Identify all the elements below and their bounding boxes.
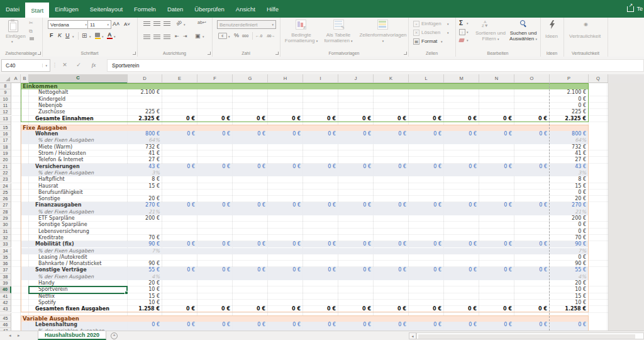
cell-F27[interactable]: 0 € — [197, 202, 230, 208]
cell-F21[interactable]: 0 € — [197, 164, 230, 170]
cell-G16[interactable]: 0 € — [233, 131, 265, 137]
cell-O13[interactable]: 0 € — [514, 116, 547, 122]
cell-G43[interactable]: 0 € — [233, 306, 265, 312]
cell-C30[interactable]: Sonstige Sparpläne — [38, 222, 87, 228]
cell-L21[interactable]: 0 € — [409, 164, 441, 170]
cell-D46[interactable]: 0 € — [128, 322, 160, 328]
cell-P11[interactable]: 0 € — [550, 103, 586, 109]
select-all-button[interactable] — [0, 74, 12, 83]
row-header-41[interactable]: 41 — [0, 293, 11, 300]
cell-N33[interactable]: 0 € — [479, 241, 512, 247]
cell-D34[interactable]: 7% — [128, 248, 160, 254]
cell-C31[interactable]: Lebensversicherung — [38, 229, 89, 235]
grow-font-icon[interactable]: A˄ — [113, 21, 119, 27]
cell-H37[interactable]: 0 € — [268, 267, 301, 273]
cell-J37[interactable]: 0 € — [338, 267, 371, 273]
bold-button[interactable]: F — [50, 32, 53, 38]
clipboard-dialog-launcher[interactable] — [38, 52, 41, 55]
cell-K46[interactable]: 0 € — [374, 322, 406, 328]
cell-E33[interactable]: 0 € — [162, 241, 195, 247]
conditional-formatting-icon[interactable]: ≠ — [296, 20, 306, 30]
cell-D27[interactable]: 270 € — [128, 202, 160, 208]
cell-M43[interactable]: 0 € — [444, 306, 477, 312]
cell-O33[interactable]: 0 € — [514, 241, 547, 247]
cell-F43[interactable]: 0 € — [197, 306, 230, 312]
cell-H16[interactable]: 0 € — [268, 131, 301, 137]
row-header-26[interactable]: 26 — [0, 196, 11, 202]
row-header-31[interactable]: 31 — [0, 229, 11, 235]
col-header-O[interactable]: O — [514, 74, 550, 83]
col-header-D[interactable]: D — [128, 74, 162, 83]
cell-K43[interactable]: 0 € — [374, 306, 406, 312]
cell-N27[interactable]: 0 € — [479, 202, 512, 208]
cell-C45[interactable]: Variable Ausgaben — [23, 315, 79, 322]
cell-K16[interactable]: 0 € — [374, 131, 406, 137]
cell-I27[interactable]: 0 € — [303, 202, 336, 208]
row-header-27[interactable]: 27 — [0, 202, 11, 208]
col-header-C[interactable]: C — [29, 74, 128, 84]
row-header-18[interactable]: 18 — [0, 144, 11, 150]
cell-P10[interactable]: 0 € — [550, 96, 586, 103]
cell-L27[interactable]: 0 € — [409, 202, 441, 208]
row-header-28[interactable]: 28 — [0, 209, 11, 215]
increase-decimal-icon[interactable]: ←.0 — [255, 34, 262, 38]
row-header-11[interactable]: 11 — [0, 103, 11, 109]
align-middle-icon[interactable] — [153, 21, 160, 26]
spreadsheet-grid[interactable]: 8Einkommen9Nettogehalt2.100 €2.100 €10Ki… — [0, 83, 644, 331]
cell-C24[interactable]: Hausrat — [38, 183, 58, 190]
cell-D17[interactable]: 64% — [128, 137, 160, 144]
font-color-icon[interactable]: A — [108, 31, 112, 38]
cell-D23[interactable]: 8 € — [128, 176, 160, 183]
cell-D38[interactable]: 4% — [128, 274, 160, 280]
col-header-M[interactable]: M — [444, 74, 479, 83]
row-header-36[interactable]: 36 — [0, 261, 11, 267]
row-header-15[interactable]: 15 — [0, 125, 11, 131]
align-left-icon[interactable] — [143, 35, 150, 39]
cell-P35[interactable]: 0 € — [550, 254, 586, 261]
cell-I13[interactable]: 0 € — [303, 116, 336, 122]
cell-D12[interactable]: 225 € — [128, 109, 160, 115]
ribbon-tab-hilfe[interactable]: Hilfe — [261, 0, 284, 18]
cell-D22[interactable]: 3% — [128, 170, 160, 176]
col-header-B[interactable]: B — [21, 74, 29, 83]
cell-M16[interactable]: 0 € — [444, 131, 477, 137]
cell-D37[interactable]: 55 € — [128, 267, 160, 273]
align-center-icon[interactable] — [153, 35, 160, 39]
cell-J21[interactable]: 0 € — [338, 164, 371, 170]
ribbon-tab-seitenlayout[interactable]: Seitenlayout — [84, 0, 128, 18]
cell-M21[interactable]: 0 € — [444, 164, 477, 170]
cell-D28[interactable]: 21% — [128, 209, 160, 215]
row-header-24[interactable]: 24 — [0, 183, 11, 190]
cell-F16[interactable]: 0 € — [197, 131, 230, 137]
cell-P32[interactable]: 70 € — [550, 235, 586, 241]
fill-icon[interactable]: ↓ — [459, 29, 465, 35]
cell-D26[interactable]: 20 € — [128, 196, 160, 202]
cell-C23[interactable]: Haftpflicht — [38, 176, 65, 183]
cell-D9[interactable]: 2.100 € — [128, 89, 160, 96]
increase-indent-icon[interactable]: ⇥ — [183, 33, 187, 39]
row-header-8[interactable]: 8 — [0, 83, 11, 89]
ideas-button[interactable]: Ideen — [545, 33, 558, 39]
cell-D42[interactable]: 10 € — [128, 300, 160, 306]
cell-J27[interactable]: 0 € — [338, 202, 371, 208]
cell-O27[interactable]: 0 € — [514, 202, 547, 208]
cell-C35[interactable]: Leasing /Autokredit — [38, 254, 87, 261]
cell-J13[interactable]: 0 € — [338, 116, 371, 122]
wrap-text-icon[interactable]: ab↩ — [197, 20, 206, 25]
cell-C27[interactable]: Finanzausgaben — [35, 202, 81, 208]
cell-C22[interactable]: % der Fixen Ausgaben — [38, 170, 94, 176]
cell-M13[interactable]: 0 € — [444, 116, 477, 122]
cell-K21[interactable]: 0 € — [374, 164, 406, 170]
cell-P34[interactable]: 7% — [550, 248, 586, 254]
col-header-N[interactable]: N — [479, 74, 514, 83]
cell-N21[interactable]: 0 € — [479, 164, 512, 170]
cell-N13[interactable]: 0 € — [479, 116, 512, 122]
cell-C11[interactable]: Nebenjob — [38, 103, 62, 109]
format-as-table-icon[interactable]: ✎ — [333, 20, 344, 30]
conditional-formatting-button[interactable]: Bedingte Formatierung ▾ — [280, 32, 323, 44]
cell-P18[interactable]: 732 € — [550, 144, 586, 150]
cell-M33[interactable]: 0 € — [444, 241, 477, 247]
insert-function-icon[interactable]: fx — [88, 59, 99, 71]
scrollbar-thumb[interactable] — [418, 334, 635, 339]
ribbon-tab-formeln[interactable]: Formeln — [128, 0, 162, 18]
